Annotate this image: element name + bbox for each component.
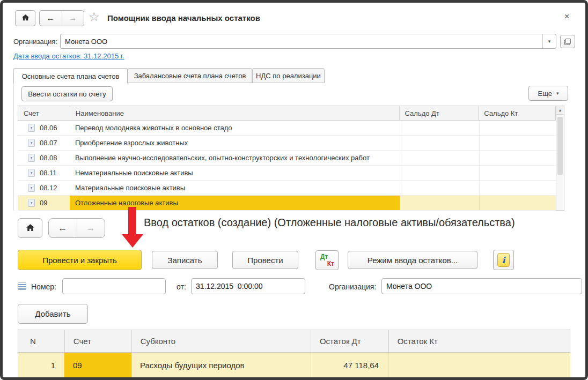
balances-date-link[interactable]: Дата ввода остатков: 31.12.2015 г. [13, 52, 124, 60]
saldo-kt-cell [479, 196, 556, 210]
organization-open-button[interactable] [560, 35, 575, 48]
header-account[interactable]: Счет [18, 106, 70, 120]
back-button[interactable]: ← [40, 11, 62, 26]
saldo-dt-cell [400, 196, 479, 210]
forward-button[interactable]: → [62, 11, 84, 26]
balance-entry-mode-button[interactable]: Режим ввода остатков... [348, 251, 477, 269]
table-scrollbar[interactable]: ▲ [556, 106, 564, 211]
saldo-kt-cell [479, 136, 556, 150]
balances-table: N Счет Субконто Остаток Дт Остаток Кт 1 … [18, 330, 570, 377]
dt-kt-postings-button[interactable]: Дт Кт [315, 250, 339, 270]
scrollbar-thumb[interactable] [557, 117, 563, 175]
organization-dropdown-button[interactable]: ▾ [542, 34, 556, 48]
account-cell-selected[interactable]: 09 [64, 353, 131, 377]
balances-table-header: N Счет Субконто Остаток Дт Остаток Кт [18, 330, 570, 353]
subconto-cell[interactable]: Расходы будущих периодов [131, 353, 311, 377]
post-button[interactable]: Провести [232, 251, 298, 269]
home-icon [21, 13, 30, 23]
account-code: 08.11 [40, 169, 57, 177]
organization-input-2[interactable] [381, 278, 582, 294]
account-icon: т [28, 184, 35, 192]
saldo-dt-cell [400, 166, 479, 180]
scroll-up-icon[interactable]: ▲ [556, 106, 564, 115]
post-label: Провести [247, 256, 283, 265]
window2-title: Ввод остатков (создание) (Отложенные нал… [144, 217, 586, 229]
enter-balances-button[interactable]: Ввести остатки по счету [21, 86, 113, 101]
chevron-down-icon: ▾ [548, 39, 551, 44]
forward-icon: → [69, 13, 77, 23]
tab-main-accounts[interactable]: Основные счета плана счетов [13, 68, 128, 84]
saldo-kt-cell [479, 181, 556, 195]
header-balance-kt[interactable]: Остаток Кт [389, 330, 570, 352]
balance-entry-mode-label: Режим ввода остатков... [367, 256, 458, 265]
table-row[interactable]: 1 09 Расходы будущих периодов 47 118,64 [18, 353, 570, 377]
number-input[interactable] [62, 278, 166, 294]
nav-history-group: ← → [39, 10, 84, 26]
home-button[interactable] [15, 10, 35, 26]
tab-panel-border [13, 83, 14, 211]
accounts-table: Счет Наименование Сальдо Дт Сальдо Кт т0… [18, 106, 556, 211]
back-button[interactable]: ← [49, 219, 77, 237]
table-row[interactable]: т08.11 Нематериальные поисковые активы [18, 166, 556, 181]
post-and-close-button[interactable]: Провести и закрыть [18, 250, 142, 270]
account-name: Нематериальные поисковые активы [70, 166, 400, 180]
more-button[interactable]: Еще ▾ [528, 86, 568, 101]
number-label: Номер: [31, 282, 56, 291]
save-button[interactable]: Записать [152, 251, 218, 269]
back-icon: ← [46, 13, 55, 23]
header-balance-dt[interactable]: Остаток Дт [311, 330, 389, 352]
account-code: 08.06 [40, 124, 57, 132]
home-button-2[interactable] [18, 218, 42, 238]
saldo-kt-cell [479, 166, 556, 180]
forward-button[interactable]: → [77, 219, 105, 237]
balance-dt-cell[interactable]: 47 118,64 [311, 353, 389, 377]
account-code: 09 [40, 199, 47, 207]
balance-kt-cell[interactable] [389, 353, 570, 377]
account-icon: т [28, 199, 35, 207]
header-saldo-kt[interactable]: Сальдо Кт [479, 106, 555, 120]
add-row-button[interactable]: Добавить [18, 304, 88, 324]
saldo-dt-cell [400, 151, 479, 165]
date-from-label: от: [177, 282, 186, 291]
red-arrow-head-icon [122, 234, 143, 248]
table-row[interactable]: т08.07 Приобретение взрослых животных [18, 136, 556, 151]
info-icon: i [497, 253, 510, 267]
info-button[interactable]: i [493, 250, 514, 270]
tab-offbalance-accounts[interactable]: Забалансовые счета плана счетов [128, 68, 252, 83]
account-icon: т [28, 124, 35, 132]
organization-field[interactable]: Монета ООО ▾ [60, 34, 556, 49]
add-row-label: Добавить [35, 309, 70, 318]
dt-icon: Дт [320, 253, 328, 260]
account-code: 08.07 [40, 139, 57, 147]
date-input[interactable] [191, 278, 305, 294]
account-icon: т [28, 154, 35, 162]
tab-label: Забалансовые счета плана счетов [134, 72, 246, 80]
saldo-kt-cell [479, 151, 556, 165]
saldo-dt-cell [400, 181, 479, 195]
close-icon[interactable]: × [564, 12, 569, 21]
header-name[interactable]: Наименование [70, 106, 400, 120]
table-row[interactable]: т08.12 Материальные поисковые активы [18, 181, 556, 196]
table-row[interactable]: т08.06 Перевод молодняка животных в осно… [18, 121, 556, 136]
row-number: 1 [18, 353, 64, 377]
tab-vat-sales[interactable]: НДС по реализации [252, 68, 325, 83]
tab-label: НДС по реализации [256, 72, 321, 80]
favorite-star-icon[interactable]: ☆ [89, 10, 100, 24]
organization-label-2: Организация: [329, 282, 376, 291]
header-saldo-dt[interactable]: Сальдо Дт [400, 106, 479, 120]
open-in-list-icon [564, 39, 571, 45]
account-name: Отложенные налоговые активы [70, 196, 400, 210]
table-row[interactable]: т08.08 Выполнение научно-исследовательск… [18, 151, 556, 166]
post-and-close-label: Провести и закрыть [42, 256, 117, 265]
document-list-icon [18, 282, 26, 290]
table-row-selected[interactable]: т09 Отложенные налоговые активы [18, 196, 556, 211]
account-code: 08.08 [40, 154, 57, 162]
header-subconto[interactable]: Субконто [132, 330, 311, 352]
kt-icon: Кт [327, 260, 334, 267]
nav-history-group-2: ← → [48, 218, 105, 238]
account-name: Перевод молодняка животных в основное ст… [70, 121, 400, 135]
account-code: 08.12 [40, 184, 57, 192]
more-label: Еще [538, 90, 552, 98]
header-n[interactable]: N [18, 330, 65, 352]
header-account[interactable]: Счет [65, 330, 132, 352]
